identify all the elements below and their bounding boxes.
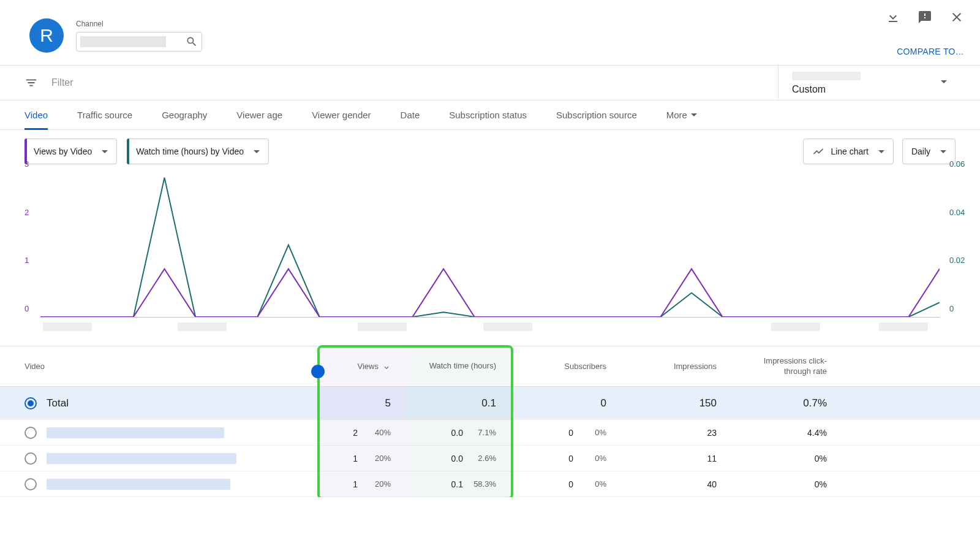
table-header: Video Views Watch time (hours) Subscribe…	[0, 346, 980, 387]
granularity-selector[interactable]: Daily	[902, 139, 956, 164]
filter-input[interactable]: Filter	[51, 77, 74, 88]
highlight-dot	[311, 365, 325, 378]
channel-label: Channel	[76, 20, 202, 28]
chart-controls: Views by Video Watch time (hours) by Vid…	[0, 130, 980, 173]
tab-subscription-status[interactable]: Subscription status	[449, 101, 527, 129]
search-value-redacted	[80, 36, 166, 47]
chevron-down-icon	[254, 150, 260, 153]
feedback-icon[interactable]	[918, 10, 932, 25]
tab-subscription-source[interactable]: Subscription source	[556, 101, 637, 129]
video-title-redacted	[47, 427, 224, 438]
channel-search[interactable]	[76, 32, 202, 51]
chart-type-selector[interactable]: Line chart	[803, 139, 893, 164]
tab-video[interactable]: Video	[24, 101, 48, 129]
chevron-down-icon	[941, 80, 947, 83]
table-row-total[interactable]: Total 5 0.1 0 150 0.7%	[0, 387, 980, 420]
tab-traffic-source[interactable]: Traffic source	[77, 101, 132, 129]
date-range-redacted	[792, 72, 861, 80]
tab-date[interactable]: Date	[401, 101, 420, 129]
video-title-redacted	[47, 479, 230, 490]
compare-to-link[interactable]: COMPARE TO…	[897, 47, 964, 56]
tab-viewer-gender[interactable]: Viewer gender	[312, 101, 371, 129]
metrics-table: Video Views Watch time (hours) Subscribe…	[0, 346, 980, 497]
date-range-selector[interactable]: Custom	[778, 66, 956, 100]
filter-icon[interactable]	[24, 76, 38, 90]
metric-selector-views[interactable]: Views by Video	[24, 139, 117, 164]
dimension-tabs: Video Traffic source Geography Viewer ag…	[0, 101, 980, 130]
metric-selector-watch-time[interactable]: Watch time (hours) by Video	[127, 139, 269, 164]
radio-row[interactable]	[24, 478, 37, 490]
search-icon[interactable]	[186, 36, 198, 48]
avatar[interactable]: R	[29, 18, 64, 53]
chevron-down-icon	[878, 150, 884, 153]
chart: 0123 00.020.040.06	[0, 173, 980, 338]
table-row[interactable]: 120%0.02.6%00%110%	[0, 446, 980, 471]
table-row[interactable]: 240%0.07.1%00%234.4%	[0, 420, 980, 446]
download-icon[interactable]	[886, 10, 900, 25]
tab-geography[interactable]: Geography	[162, 101, 207, 129]
tab-more[interactable]: More	[666, 101, 697, 129]
tab-viewer-age[interactable]: Viewer age	[236, 101, 282, 129]
close-icon[interactable]	[949, 10, 964, 25]
video-title-redacted	[47, 453, 236, 464]
sort-views[interactable]: Views	[320, 362, 405, 371]
radio-total[interactable]	[24, 397, 37, 409]
channel-header: R Channel	[0, 0, 980, 65]
chevron-down-icon	[102, 150, 108, 153]
radio-row[interactable]	[24, 452, 37, 465]
table-row[interactable]: 120%0.158.3%00%400%	[0, 471, 980, 497]
line-chart-icon	[812, 145, 824, 158]
chevron-down-icon	[940, 150, 946, 153]
filter-bar: Filter Custom	[0, 65, 980, 101]
radio-row[interactable]	[24, 427, 37, 439]
arrow-down-icon	[382, 362, 391, 371]
chevron-down-icon	[691, 113, 697, 116]
